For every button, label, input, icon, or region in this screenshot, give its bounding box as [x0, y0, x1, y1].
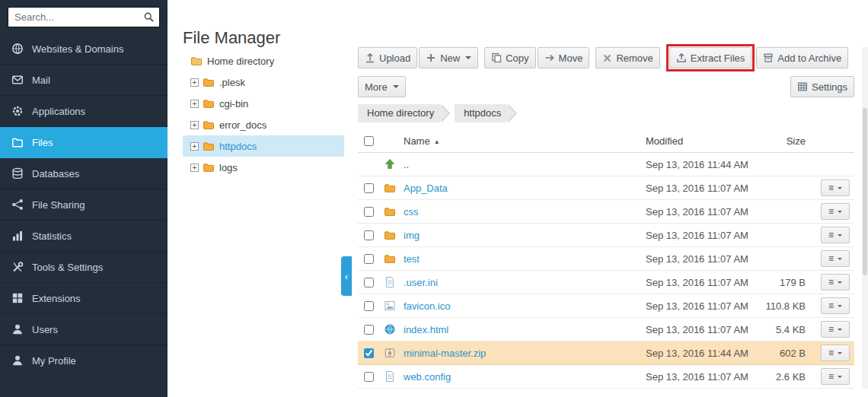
caret-down-icon: [838, 305, 842, 307]
sidebar-item-label: Users: [32, 324, 58, 335]
table-row: .. Sep 13, 2016 11:44 AM: [358, 153, 854, 176]
caret-down-icon: [393, 85, 399, 88]
expand-icon[interactable]: +: [190, 142, 199, 151]
sidebar-item-extensions[interactable]: Extensions: [0, 283, 168, 314]
column-header-name[interactable]: Name▲: [404, 135, 646, 147]
sidebar-item-users[interactable]: Users: [0, 314, 168, 345]
row-menu-button[interactable]: ≡: [821, 368, 850, 385]
scrollbar-thumb[interactable]: [863, 108, 867, 275]
row-menu-button[interactable]: ≡: [821, 297, 850, 314]
file-name-link[interactable]: index.html: [404, 324, 646, 335]
tree-item-logs[interactable]: + logs: [183, 157, 344, 178]
sidebar-item-mail[interactable]: Mail: [0, 65, 168, 96]
bar-chart-icon: [11, 230, 24, 242]
column-header-size[interactable]: Size: [760, 135, 806, 147]
row-checkbox[interactable]: [364, 183, 374, 193]
select-all-checkbox[interactable]: [364, 136, 374, 146]
upload-icon: [365, 52, 375, 63]
scrollbar[interactable]: [862, 47, 868, 389]
remove-button[interactable]: Remove: [595, 47, 659, 68]
tree-item-httpdocs[interactable]: + httpdocs: [183, 135, 344, 157]
settings-button[interactable]: Settings: [790, 76, 854, 97]
sidebar-item-my-profile[interactable]: My Profile: [0, 345, 168, 376]
tree-item-cgi-bin[interactable]: + cgi-bin: [183, 93, 344, 114]
extract-files-button[interactable]: Extract Files: [669, 47, 752, 68]
search-icon[interactable]: [144, 12, 154, 22]
expand-icon[interactable]: +: [190, 164, 199, 172]
file-name-link[interactable]: .user.ini: [404, 277, 646, 288]
file-name-link[interactable]: favicon.ico: [404, 300, 646, 312]
menu-lines-icon: ≡: [828, 348, 834, 358]
tree-collapse-handle[interactable]: ‹: [341, 256, 352, 296]
move-button[interactable]: Move: [538, 47, 590, 68]
sort-asc-icon: ▲: [434, 138, 440, 145]
share-icon: [11, 198, 24, 211]
row-checkbox[interactable]: [364, 348, 374, 358]
search-input[interactable]: [8, 7, 160, 27]
breadcrumb-home-directory[interactable]: Home directory: [358, 104, 440, 122]
row-menu-button[interactable]: ≡: [821, 274, 850, 291]
row-menu-button[interactable]: ≡: [821, 203, 850, 220]
menu-lines-icon: ≡: [828, 371, 834, 382]
row-checkbox[interactable]: [364, 230, 374, 240]
row-checkbox[interactable]: [364, 254, 374, 264]
file-name-link[interactable]: minimal-master.zip: [404, 348, 646, 359]
row-checkbox[interactable]: [364, 207, 374, 217]
expand-icon[interactable]: +: [190, 100, 199, 108]
copy-button[interactable]: Copy: [484, 47, 535, 68]
sidebar-item-file-sharing[interactable]: File Sharing: [0, 189, 168, 221]
up-directory-link[interactable]: ..: [404, 159, 646, 170]
copy-icon: [491, 52, 502, 63]
sidebar-item-files[interactable]: Files: [0, 127, 168, 158]
sidebar: Websites & Domains Mail Applications Fil…: [0, 0, 168, 397]
more-button[interactable]: More: [358, 76, 406, 97]
column-header-modified[interactable]: Modified: [646, 135, 760, 147]
file-name-link[interactable]: test: [404, 253, 646, 265]
tree-item-home-directory[interactable]: Home directory: [183, 50, 344, 71]
tree-item-label: httpdocs: [219, 141, 257, 152]
row-checkbox[interactable]: [364, 301, 374, 311]
add-to-archive-button[interactable]: Add to Archive: [756, 47, 848, 68]
database-icon: [11, 167, 24, 179]
file-icon: [384, 276, 404, 288]
file-name-link[interactable]: web.config: [404, 371, 646, 383]
file-name-link[interactable]: App_Data: [404, 183, 646, 194]
page-title: File Manager: [183, 28, 280, 48]
upload-button[interactable]: Upload: [358, 47, 417, 68]
row-checkbox[interactable]: [364, 372, 374, 382]
move-arrow-icon: [544, 52, 555, 63]
expand-icon[interactable]: +: [190, 121, 199, 129]
sidebar-item-label: Websites & Domains: [32, 43, 123, 55]
tree-item-error-docs[interactable]: + error_docs: [183, 114, 344, 135]
caret-down-icon: [838, 329, 842, 331]
extensions-icon: [11, 292, 24, 304]
zip-archive-icon: [384, 347, 404, 359]
tree-item-plesk[interactable]: + .plesk: [183, 71, 344, 93]
row-menu-button[interactable]: ≡: [821, 179, 850, 196]
expand-icon[interactable]: +: [190, 78, 199, 87]
sidebar-item-tools-settings[interactable]: Tools & Settings: [0, 252, 168, 283]
row-menu-button[interactable]: ≡: [821, 227, 850, 243]
folder-icon: [203, 97, 215, 110]
caret-down-icon: [838, 258, 842, 260]
user-icon: [11, 323, 24, 335]
row-menu-button[interactable]: ≡: [821, 250, 850, 267]
row-menu-button[interactable]: ≡: [821, 321, 850, 338]
directory-tree: Home directory + .plesk + cgi-bin + erro…: [183, 50, 344, 178]
extract-files-highlight: Extract Files: [666, 44, 755, 71]
row-checkbox[interactable]: [364, 278, 374, 287]
table-row-selected: minimal-master.zip Sep 13, 2016 11:44 AM…: [358, 341, 854, 365]
settings-grid-icon: [797, 81, 808, 92]
breadcrumb-httpdocs[interactable]: httpdocs: [455, 104, 507, 122]
file-name-link[interactable]: img: [404, 230, 646, 241]
row-checkbox[interactable]: [364, 325, 374, 335]
sidebar-item-applications[interactable]: Applications: [0, 96, 168, 127]
sidebar-item-statistics[interactable]: Statistics: [0, 221, 168, 252]
sidebar-item-websites-domains[interactable]: Websites & Domains: [0, 33, 168, 65]
caret-down-icon: [838, 234, 842, 237]
sidebar-item-databases[interactable]: Databases: [0, 158, 168, 189]
file-name-link[interactable]: css: [404, 206, 646, 218]
folder-icon: [11, 136, 24, 148]
new-button[interactable]: New: [419, 47, 478, 68]
row-menu-button[interactable]: ≡: [821, 345, 850, 361]
